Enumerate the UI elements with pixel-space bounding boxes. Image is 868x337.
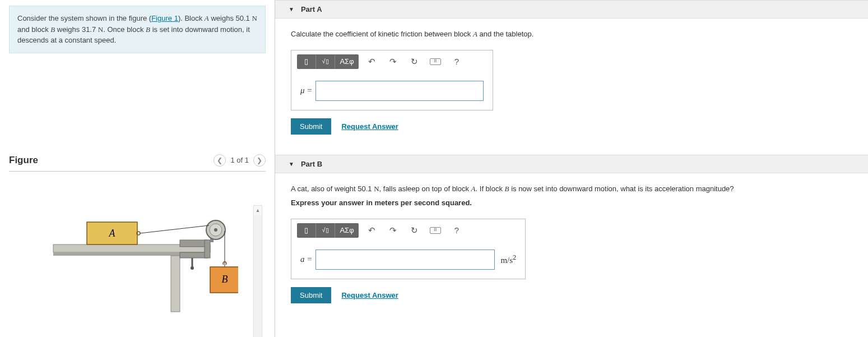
answer-input-a[interactable]	[315, 81, 484, 101]
undo-button[interactable]: ↶	[363, 54, 380, 69]
greek-button[interactable]: ΑΣφ	[335, 223, 359, 238]
part-a-body: Calculate the coefficient of kinetic fri…	[275, 19, 868, 151]
block-a-symbol: A	[473, 30, 477, 38]
svg-rect-5	[205, 240, 210, 258]
answer-box-a: ▯ √▯ ΑΣφ ↶ ↷ ↻ ⠿ ? μ =	[291, 50, 493, 110]
part-b-header[interactable]: ▼ Part B	[275, 155, 868, 173]
figure-header: Figure ❮ 1 of 1 ❯	[9, 154, 266, 172]
submit-button-a[interactable]: Submit	[291, 118, 331, 135]
part-b-actions: Submit Request Answer	[291, 287, 852, 303]
desc-text: weighs 50.1	[209, 14, 252, 22]
figure-pager: ❮ 1 of 1 ❯	[213, 154, 266, 167]
redo-button[interactable]: ↷	[384, 54, 401, 69]
pager-text: 1 of 1	[230, 156, 249, 164]
caret-down-icon: ▼	[289, 6, 294, 12]
request-answer-b[interactable]: Request Answer	[341, 291, 398, 299]
unit-label-b: m/s2	[500, 253, 516, 265]
svg-rect-4	[180, 252, 208, 258]
unit-n: N	[374, 184, 379, 193]
part-a: ▼ Part A Calculate the coefficient of ki…	[275, 0, 868, 151]
input-row-a: μ =	[291, 73, 493, 110]
block-a-symbol: A	[471, 184, 476, 193]
keyboard-button[interactable]: ⠿	[427, 54, 444, 69]
help-button[interactable]: ?	[448, 223, 465, 238]
desc-text: Consider the system shown in the figure …	[17, 14, 151, 22]
redo-button[interactable]: ↷	[384, 223, 401, 238]
desc-text: weighs 31.7	[55, 25, 98, 34]
sqrt-button[interactable]: √▯	[316, 223, 335, 238]
unit-n: N	[252, 14, 257, 22]
part-a-prompt: Calculate the coefficient of kinetic fri…	[291, 29, 852, 40]
greek-button[interactable]: ΑΣφ	[335, 54, 359, 69]
scroll-up-icon[interactable]: ▲	[254, 206, 262, 215]
caret-down-icon: ▼	[289, 161, 294, 167]
formula-toolbar: ▯ √▯ ΑΣφ ↶ ↷ ↻ ⠿ ?	[291, 219, 525, 242]
right-panel: ▼ Part A Calculate the coefficient of ki…	[275, 0, 868, 337]
reset-button[interactable]: ↻	[406, 54, 423, 69]
desc-text: and block	[17, 25, 50, 34]
formula-toolbar: ▯ √▯ ΑΣφ ↶ ↷ ↻ ⠿ ?	[291, 50, 493, 73]
figure-diagram: A B	[36, 205, 238, 319]
request-answer-a[interactable]: Request Answer	[341, 122, 398, 131]
answer-box-b: ▯ √▯ ΑΣφ ↶ ↷ ↻ ⠿ ? a = m/s2	[291, 219, 526, 279]
templates-button[interactable]: ▯	[297, 54, 316, 69]
svg-rect-3	[180, 240, 208, 247]
reset-button[interactable]: ↻	[406, 223, 423, 238]
part-a-title: Part A	[301, 5, 322, 13]
keyboard-icon: ⠿	[430, 227, 441, 234]
svg-point-7	[191, 266, 194, 270]
figure-body: ▲ ▼	[9, 205, 266, 338]
variable-mu: μ =	[300, 86, 312, 95]
sqrt-button[interactable]: √▯	[316, 54, 335, 69]
figure-scrollbar[interactable]: ▲ ▼	[253, 205, 262, 338]
keyboard-icon: ⠿	[430, 58, 441, 65]
figure-section: Figure ❮ 1 of 1 ❯ ▲ ▼	[9, 154, 266, 338]
part-a-header[interactable]: ▼ Part A	[275, 0, 868, 19]
svg-line-14	[140, 225, 209, 233]
desc-text: ). Block	[178, 14, 205, 22]
templates-button[interactable]: ▯	[297, 223, 316, 238]
block-b-symbol: B	[505, 184, 509, 193]
help-button[interactable]: ?	[448, 54, 465, 69]
block-b-label: B	[222, 274, 228, 285]
part-b-instruction: Express your answer in meters per second…	[291, 197, 852, 209]
svg-point-11	[214, 228, 217, 232]
keyboard-button[interactable]: ⠿	[427, 223, 444, 238]
part-b: ▼ Part B A cat, also of weight 50.1 N, f…	[275, 155, 868, 320]
input-row-b: a = m/s2	[291, 242, 525, 279]
answer-input-b[interactable]	[315, 250, 495, 270]
part-a-actions: Submit Request Answer	[291, 118, 852, 135]
problem-description: Consider the system shown in the figure …	[9, 6, 266, 53]
desc-text: . Once block	[103, 25, 146, 34]
svg-rect-2	[171, 256, 180, 312]
prev-figure-button[interactable]: ❮	[213, 154, 226, 167]
unit-n: N	[98, 25, 103, 34]
undo-button[interactable]: ↶	[363, 223, 380, 238]
block-a-label: A	[109, 228, 116, 239]
block-b-symbol: B	[146, 25, 150, 34]
left-panel: Consider the system shown in the figure …	[0, 0, 275, 337]
block-a-symbol: A	[205, 14, 209, 22]
submit-button-b[interactable]: Submit	[291, 287, 331, 303]
figure-title: Figure	[9, 155, 38, 166]
figure-link[interactable]: Figure 1	[151, 14, 178, 22]
part-b-title: Part B	[301, 160, 322, 168]
part-b-prompt-1: A cat, also of weight 50.1 N, falls asle…	[291, 183, 852, 195]
next-figure-button[interactable]: ❯	[253, 154, 266, 167]
variable-a: a =	[300, 255, 312, 264]
part-b-body: A cat, also of weight 50.1 N, falls asle…	[275, 173, 868, 320]
